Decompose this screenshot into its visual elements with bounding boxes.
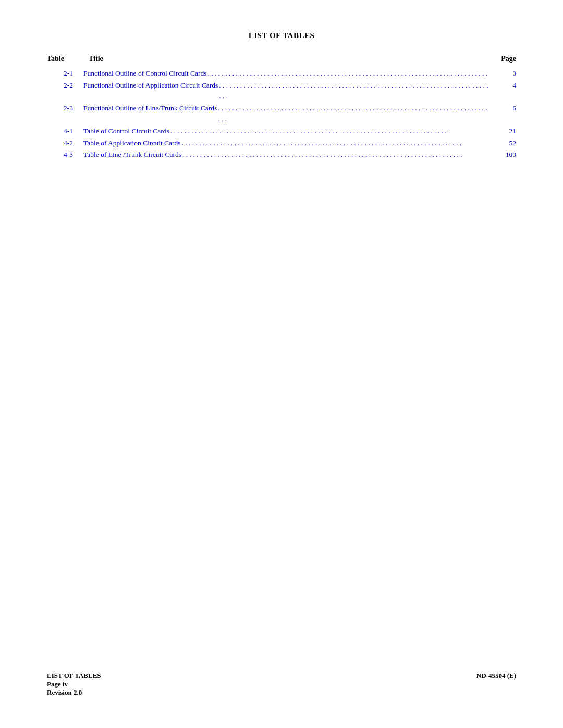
footer-line3: Revision 2.0 [47,688,101,697]
toc-link[interactable]: Functional Outline of Control Circuit Ca… [83,68,207,79]
footer-left: LIST OF TABLES Page iv Revision 2.0 [47,672,101,697]
table-row: 4-2Table of Application Circuit Cards . … [47,138,516,149]
page-title: LIST OF TABLES [47,31,516,40]
table-row: 4-3Table of Line /Trunk Circuit Cards . … [47,150,516,161]
table-row: 2-3Functional Outline of Line/Trunk Circ… [47,103,516,125]
toc-link[interactable]: Table of Line /Trunk Circuit Cards [83,150,181,161]
toc-num: 4-2 [47,138,83,149]
table-row: 4-1Table of Control Circuit Cards . . . … [47,126,516,137]
table-row: 2-2Functional Outline of Application Cir… [47,80,516,102]
toc-link[interactable]: Table of Control Circuit Cards [83,126,169,137]
toc-dots: . . . . . . . . . . . . . . . . . . . . … [218,80,490,102]
toc-pagenum: 52 [490,138,516,149]
toc-num: 4-1 [47,126,83,137]
toc-pagenum: 6 [490,103,516,114]
toc-link[interactable]: Functional Outline of Application Circui… [83,80,218,91]
toc-pagenum: 100 [490,150,516,161]
footer: LIST OF TABLES Page iv Revision 2.0 ND-4… [47,672,516,697]
footer-line1: LIST OF TABLES [47,672,101,680]
page: LIST OF TABLES Table Title Page 2-1Funct… [0,0,563,728]
toc-num: 2-1 [47,68,83,79]
toc-dots: . . . . . . . . . . . . . . . . . . . . … [217,103,490,125]
toc-pagenum: 21 [490,126,516,137]
footer-right: ND-45504 (E) [476,672,516,680]
toc-dots: . . . . . . . . . . . . . . . . . . . . … [181,138,490,149]
toc-dots: . . . . . . . . . . . . . . . . . . . . … [169,126,490,137]
toc-num: 2-2 [47,80,83,91]
header-table-col: Table [47,55,83,63]
toc-num: 2-3 [47,103,83,114]
toc-link[interactable]: Functional Outline of Line/Trunk Circuit… [83,103,217,114]
toc-link[interactable]: Table of Application Circuit Cards [83,138,181,149]
header-page-col: Page [485,55,516,63]
toc-dots: . . . . . . . . . . . . . . . . . . . . … [207,68,490,79]
table-header: Table Title Page [47,55,516,64]
toc-pagenum: 4 [490,80,516,91]
toc-dots: . . . . . . . . . . . . . . . . . . . . … [181,150,490,161]
toc-num: 4-3 [47,150,83,161]
toc-pagenum: 3 [490,68,516,79]
footer-line2: Page iv [47,680,101,688]
table-row: 2-1Functional Outline of Control Circuit… [47,68,516,79]
header-title-col: Title [83,55,485,63]
toc-list: 2-1Functional Outline of Control Circuit… [47,68,516,161]
